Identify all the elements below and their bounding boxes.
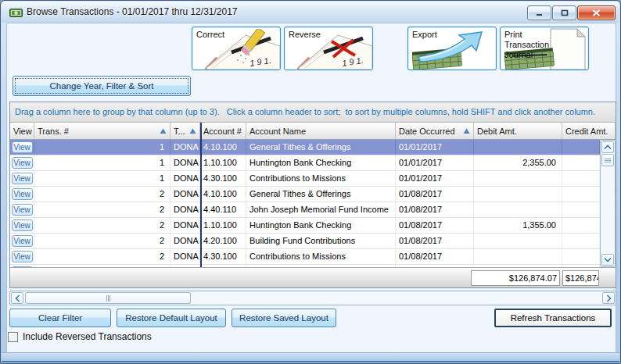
- client-area: Correct 1 9 1. Reverse: [6, 23, 616, 354]
- column-header-account-name[interactable]: Account Name: [246, 123, 396, 140]
- maximize-button[interactable]: [552, 5, 576, 20]
- cell-debit-amount: [474, 140, 562, 155]
- restore-saved-layout-button[interactable]: Restore Saved Layout: [232, 309, 336, 327]
- cell-type: DONA: [171, 202, 200, 217]
- table-row[interactable]: View1DONA4.30.100Contributions to Missio…: [10, 171, 600, 187]
- table-row[interactable]: View2DONA4.10.100General Tithes & Offeri…: [10, 187, 600, 202]
- cell-debit-amount: 1,355.00: [474, 218, 562, 233]
- cell-trans-number: 1: [34, 155, 171, 170]
- clear-filter-button[interactable]: Clear Filter: [9, 309, 111, 327]
- reverse-button-label: Reverse: [289, 30, 321, 40]
- cell-trans-number: 1: [34, 140, 171, 155]
- column-header-label: Account #: [203, 127, 242, 136]
- correct-button[interactable]: Correct 1 9 1.: [192, 27, 281, 70]
- scroll-up-button[interactable]: [601, 141, 614, 153]
- cell-type: DONA: [171, 187, 200, 202]
- cell-account-name: General Tithes & Offerings: [246, 140, 396, 155]
- cell-view: View: [10, 171, 34, 186]
- cell-date-occurred: 01/01/2017: [396, 171, 474, 186]
- column-header-date-occurred[interactable]: Date Occurred: [396, 123, 474, 140]
- cell-view: View: [10, 140, 34, 155]
- cell-account-name: Contributions to Missions: [246, 171, 396, 186]
- column-header-debit-amt[interactable]: Debit Amt.: [474, 123, 562, 140]
- cell-view: View: [10, 187, 34, 202]
- column-header-account-#[interactable]: Account #: [200, 123, 246, 140]
- cell-type: DONA: [171, 249, 200, 264]
- table-row[interactable]: View1DONA4.10.100General Tithes & Offeri…: [10, 140, 600, 155]
- column-header-label: Account Name: [249, 127, 306, 136]
- table-row[interactable]: View2DONA4.20.100Building Fund Contribut…: [10, 234, 600, 249]
- column-header-view[interactable]: View: [10, 123, 34, 140]
- cell-credit-amount: [562, 202, 600, 217]
- print-journal-button-label: Print Transaction Journal: [504, 30, 561, 60]
- cell-account-name: John Joseph Memorial Fund Income: [246, 202, 396, 217]
- cell-credit-amount: [562, 155, 600, 170]
- correct-button-label: Correct: [196, 30, 224, 40]
- view-row-button[interactable]: View: [12, 188, 33, 200]
- view-row-button[interactable]: View: [12, 251, 33, 262]
- cell-date-occurred: 01/08/2017: [396, 187, 474, 202]
- export-button[interactable]: Export: [407, 27, 497, 70]
- horizontal-scroll-thumb[interactable]: [25, 292, 191, 304]
- grid-body: View1DONA4.10.100General Tithes & Offeri…: [10, 140, 600, 267]
- refresh-transactions-button[interactable]: Refresh Transactions: [494, 309, 612, 327]
- view-row-button[interactable]: View: [12, 157, 33, 169]
- reverse-button[interactable]: Reverse 1 9 1.: [284, 27, 373, 70]
- sort-ascending-icon: [189, 128, 196, 134]
- cell-debit-amount: [474, 187, 562, 202]
- print-transaction-journal-button[interactable]: Print Transaction Journal: [500, 27, 589, 70]
- cell-date-occurred: 01/08/2017: [396, 218, 474, 233]
- table-row[interactable]: View2DONA4.40.110John Joseph Memorial Fu…: [10, 202, 600, 218]
- column-header-t[interactable]: T...: [171, 123, 200, 140]
- credit-total: $126,874...: [562, 270, 599, 286]
- cell-date-occurred: 01/01/2017: [396, 155, 474, 170]
- window-title: Browse Transactions - 01/01/2017 thru 12…: [27, 6, 238, 17]
- minimize-button[interactable]: [527, 5, 551, 20]
- cell-trans-number: 2: [34, 218, 171, 233]
- restore-default-layout-button[interactable]: Restore Default Layout: [117, 309, 226, 327]
- scroll-right-button[interactable]: [602, 292, 615, 304]
- cell-date-occurred: 01/08/2017: [396, 249, 474, 264]
- cell-debit-amount: [474, 249, 562, 264]
- view-row-button[interactable]: View: [12, 235, 33, 247]
- column-header-trans-#[interactable]: Trans. #: [34, 123, 171, 140]
- debit-total: $126,874.07: [471, 270, 560, 286]
- view-row-button[interactable]: View: [12, 219, 33, 231]
- group-by-hint-bar[interactable]: Drag a column here to group by that colu…: [10, 102, 616, 123]
- column-header-label: Date Occurred: [399, 127, 455, 136]
- cell-trans-number: 2: [34, 249, 171, 264]
- cell-view: View: [10, 249, 34, 264]
- table-row[interactable]: View1DONA1.10.100Huntington Bank Checkin…: [10, 155, 600, 171]
- cell-trans-number: 2: [34, 187, 171, 202]
- vertical-scroll-thumb[interactable]: [601, 154, 614, 166]
- view-row-button[interactable]: View: [12, 141, 33, 153]
- cell-type: DONA: [171, 218, 200, 233]
- cell-account-name: General Tithes & Offerings: [246, 187, 396, 202]
- close-icon: [592, 9, 601, 16]
- include-reversed-checkbox[interactable]: [8, 332, 18, 342]
- title-bar[interactable]: Browse Transactions - 01/01/2017 thru 12…: [2, 2, 619, 23]
- chevron-up-icon: [604, 145, 612, 150]
- table-row[interactable]: View2DONA4.30.100Contributions to Missio…: [10, 249, 600, 265]
- cell-account-name: Building Fund Contributions: [246, 234, 396, 248]
- change-year-filter-sort-button[interactable]: Change Year, Filter & Sort: [13, 76, 191, 96]
- cell-account-number: 4.20.100: [200, 234, 246, 248]
- app-window: Browse Transactions - 01/01/2017 thru 12…: [0, 0, 621, 364]
- horizontal-scrollbar[interactable]: [9, 291, 616, 305]
- table-row[interactable]: View2DONA1.10.100Huntington Bank Checkin…: [10, 218, 600, 234]
- vertical-scrollbar[interactable]: [600, 140, 616, 267]
- view-row-button[interactable]: View: [12, 173, 33, 184]
- window-frame-bottom: [2, 352, 619, 362]
- thumb-grip: [605, 159, 611, 162]
- close-button[interactable]: [577, 5, 616, 20]
- scroll-left-button[interactable]: [11, 292, 23, 304]
- cell-type: DONA: [171, 171, 200, 186]
- cell-debit-amount: [474, 171, 562, 186]
- include-reversed-row: Include Reversed Transactions: [8, 330, 152, 343]
- view-row-button[interactable]: View: [12, 204, 33, 216]
- chevron-down-icon: [604, 257, 612, 262]
- cell-account-number: 4.40.110: [200, 202, 246, 217]
- cell-type: DONA: [171, 155, 200, 170]
- scroll-down-button[interactable]: [601, 254, 614, 266]
- column-header-credit-amt[interactable]: Credit Amt.: [562, 123, 616, 140]
